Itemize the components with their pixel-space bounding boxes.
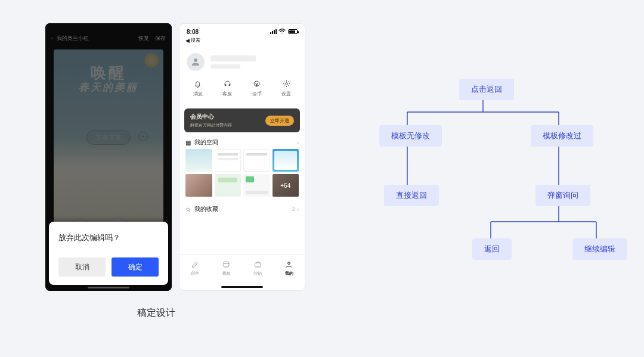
action-settings[interactable]: 设置 [274,77,298,105]
flow-node-direct-back: 直接返回 [384,185,439,206]
quick-actions: 消息 客服 金币 设置 [179,77,305,105]
status-time: 8:08 [187,29,199,35]
flow-node-changed: 模板修改过 [531,125,593,147]
action-messages[interactable]: 消息 [186,77,210,105]
username-skeleton [210,55,256,69]
section-favorites[interactable]: ☆ 我的收藏 2 › [185,205,299,213]
text-placeholder-chip[interactable]: 文本文本 [86,130,131,145]
svg-point-1 [285,82,287,85]
action-support[interactable]: 客服 [215,77,239,105]
avatar[interactable] [187,53,205,71]
svg-point-4 [288,262,290,265]
discard-dialog: 放弃此次编辑吗？ 取消 确定 [49,222,168,285]
confirm-button[interactable]: 确定 [112,257,159,277]
flow-node-popup: 弹窗询问 [535,185,590,206]
person-icon [277,260,301,269]
hero-line2: 春天的美丽 [54,80,163,94]
chevron-right-icon: › [297,206,299,213]
thumbnail[interactable] [185,149,212,172]
favorites-count: 2 [292,206,295,212]
save-action[interactable]: 保存 [155,35,166,42]
vip-cta-button[interactable]: 立即开通 [265,116,294,126]
space-thumbnails: +64 [185,149,299,197]
status-bar: 8:08 [179,27,305,36]
dialog-question: 放弃此次编辑吗？ [58,232,159,243]
section-my-space[interactable]: ▦ 我的空间 › [185,138,299,147]
flow-node-no-change: 模板无修改 [379,125,442,147]
editor-topbar: ‹ 我的奥兰小红 恢复 保存 [45,32,172,45]
bell-icon [186,77,210,89]
flow-node-root: 点击返回 [459,79,514,100]
template-icon [215,260,239,269]
thumbnail[interactable] [185,174,212,197]
home-indicator [88,287,129,288]
template-canvas[interactable]: 唤醒 春天的美丽 文本文本 + [54,49,163,246]
user-silhouette-icon [190,57,201,67]
briefcase-icon [246,260,270,269]
thumbnail[interactable] [215,174,242,197]
tab-templates[interactable]: 模板 [215,260,239,277]
headset-icon [215,77,239,89]
thumbnail[interactable] [273,149,299,172]
thumbnail[interactable] [215,149,242,172]
battery-icon [288,29,298,34]
vip-title: 会员中心 [190,113,232,121]
back-triangle-icon: ◀ [185,38,190,44]
thumbnail-more[interactable]: +64 [273,174,299,197]
svg-rect-2 [224,262,229,267]
redo-action[interactable]: 恢复 [138,35,149,42]
add-element-icon[interactable]: + [138,132,148,141]
bottom-tabbar: 创作 模板 营销 我的 [179,254,305,281]
back-to-search[interactable]: ◀ 搜索 [185,37,200,44]
cancel-button[interactable]: 取消 [58,257,106,277]
editor-title: 我的奥兰小红 [57,35,89,42]
flow-diagram: 点击返回 模板无修改 模板修改过 直接返回 弹窗询问 返回 继续编辑 [340,66,626,292]
phone-editor: ‹ 我的奥兰小红 恢复 保存 唤醒 春天的美丽 文本文本 + 放弃此次编辑吗？ … [45,23,172,291]
profile-header[interactable] [187,49,298,75]
flow-node-return: 返回 [472,238,512,260]
tab-create[interactable]: 创作 [183,260,207,277]
signal-icon [270,29,277,34]
action-coins[interactable]: 金币 [245,77,269,105]
phone-profile: 8:08 ◀ 搜索 消息 客服 金币 [179,23,305,291]
thumbnail[interactable] [243,149,270,172]
vip-banner[interactable]: 会员中心 解锁百万精品付费内容 立即开通 [184,108,300,132]
coin-icon [245,77,269,89]
star-icon: ☆ [185,206,191,213]
wifi-icon [278,29,286,35]
tab-marketing[interactable]: 营销 [246,260,270,277]
home-indicator [221,286,263,288]
grid-icon: ▦ [185,139,191,146]
back-label: 搜索 [191,37,200,44]
thumbnail[interactable] [243,174,270,197]
gear-icon [274,77,298,89]
section-title: 我的收藏 [194,205,218,213]
flow-node-continue: 继续编辑 [572,238,627,260]
caption: 稿定设计 [137,307,175,319]
section-title: 我的空间 [194,138,218,147]
more-count: +64 [273,174,299,197]
chevron-right-icon: › [297,139,299,146]
pencil-icon [183,260,207,269]
tab-profile[interactable]: 我的 [277,260,301,277]
back-icon[interactable]: ‹ [51,35,53,41]
svg-rect-3 [255,263,261,267]
vip-subtitle: 解锁百万精品付费内容 [190,122,232,128]
